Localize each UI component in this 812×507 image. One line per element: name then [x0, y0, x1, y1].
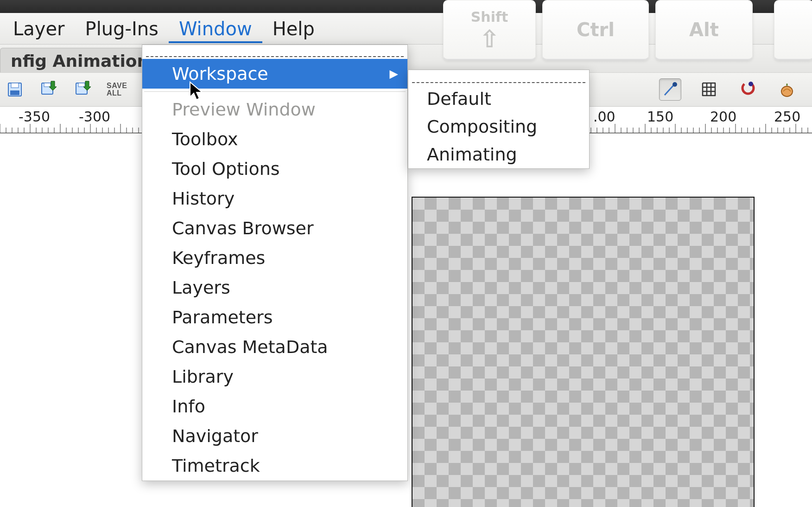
svg-rect-2	[10, 90, 19, 95]
menu-item-label: Keyframes	[172, 248, 265, 268]
menu-item-label: Timetrack	[172, 456, 260, 476]
menu-item-label: Parameters	[172, 307, 273, 327]
menu-item-label: Preview Window	[172, 99, 316, 120]
menu-item-label: Workspace	[172, 64, 268, 84]
submenu-item-animating[interactable]: Animating	[408, 141, 589, 168]
menu-item-history[interactable]: History	[142, 184, 407, 213]
menu-item-library[interactable]: Library	[142, 362, 407, 391]
menu-item-label: History	[172, 188, 235, 209]
menu-layer[interactable]: Layer	[3, 15, 75, 42]
menu-item-workspace[interactable]: Workspace ▶	[142, 59, 407, 89]
canvas-frame	[412, 197, 755, 507]
save-button[interactable]	[4, 78, 26, 101]
menu-item-canvas-browser[interactable]: Canvas Browser	[142, 213, 407, 243]
svg-point-18	[781, 86, 793, 96]
save-all-button[interactable]: SAVE ALL	[107, 78, 127, 101]
menu-item-parameters[interactable]: Parameters	[142, 302, 407, 332]
menu-item-label: Default	[427, 89, 491, 109]
ctrl-label: Ctrl	[577, 19, 615, 40]
menu-item-label: Animating	[427, 144, 517, 165]
svg-rect-6	[78, 83, 85, 87]
shift-key-indicator: Shift ⇧	[443, 0, 536, 60]
save-copy-button[interactable]	[72, 78, 95, 101]
menu-item-label: Info	[172, 396, 205, 417]
svg-rect-4	[44, 83, 51, 87]
toggle-onion-skin-button[interactable]	[776, 78, 798, 101]
save-all-label: SAVE ALL	[107, 82, 127, 97]
menu-item-label: Tool Options	[172, 159, 280, 179]
workspace-submenu: Default Compositing Animating	[408, 70, 590, 169]
svg-point-8	[672, 82, 677, 87]
key-indicator-partial	[774, 0, 812, 60]
menu-item-layers[interactable]: Layers	[142, 273, 407, 302]
menu-item-preview-window: Preview Window	[142, 95, 407, 124]
submenu-arrow-icon: ▶	[390, 67, 398, 80]
menu-plugins[interactable]: Plug-Ins	[75, 15, 169, 42]
shift-arrow-icon: ⇧	[479, 27, 500, 51]
menu-item-label: Layers	[172, 277, 230, 298]
shift-label: Shift	[471, 9, 508, 25]
menu-window[interactable]: Window	[169, 15, 262, 42]
menu-help[interactable]: Help	[262, 15, 325, 42]
ctrl-key-indicator: Ctrl	[542, 0, 649, 60]
menu-tearoff[interactable]	[412, 74, 585, 83]
submenu-item-default[interactable]: Default	[408, 85, 589, 113]
modifier-key-indicators: Shift ⇧ Ctrl Alt	[443, 0, 753, 60]
menu-item-canvas-metadata[interactable]: Canvas MetaData	[142, 332, 407, 362]
menu-item-label: Library	[172, 366, 234, 387]
tab-nfig-animation[interactable]: nfig Animation	[0, 48, 159, 73]
menu-tearoff[interactable]	[146, 48, 404, 57]
menu-item-keyframes[interactable]: Keyframes	[142, 243, 407, 273]
canvas-checkerboard	[412, 198, 754, 507]
menu-separator	[144, 91, 406, 92]
menu-item-timetrack[interactable]: Timetrack	[142, 451, 407, 481]
menu-item-navigator[interactable]: Navigator	[142, 421, 407, 451]
menu-item-label: Compositing	[427, 116, 537, 137]
menu-item-toolbox[interactable]: Toolbox	[142, 124, 407, 154]
window-menu-dropdown: Workspace ▶ Preview Window Toolbox Tool …	[142, 45, 408, 481]
menu-item-label: Toolbox	[172, 129, 238, 149]
menu-item-label: Canvas MetaData	[172, 337, 328, 357]
modifier-key-indicators-right	[774, 0, 812, 60]
toggle-handles-button[interactable]	[659, 78, 681, 101]
svg-point-17	[749, 82, 753, 86]
menu-item-label: Canvas Browser	[172, 218, 314, 238]
menu-item-info[interactable]: Info	[142, 391, 407, 421]
svg-line-7	[665, 85, 674, 95]
toggle-snap-button[interactable]	[737, 78, 759, 101]
toggle-grid-button[interactable]	[698, 78, 720, 101]
menu-item-label: Navigator	[172, 426, 258, 446]
alt-label: Alt	[689, 19, 719, 40]
svg-rect-1	[11, 83, 19, 88]
menu-item-tool-options[interactable]: Tool Options	[142, 154, 407, 184]
submenu-item-compositing[interactable]: Compositing	[408, 113, 589, 141]
alt-key-indicator: Alt	[655, 0, 753, 60]
save-as-button[interactable]	[38, 78, 60, 101]
